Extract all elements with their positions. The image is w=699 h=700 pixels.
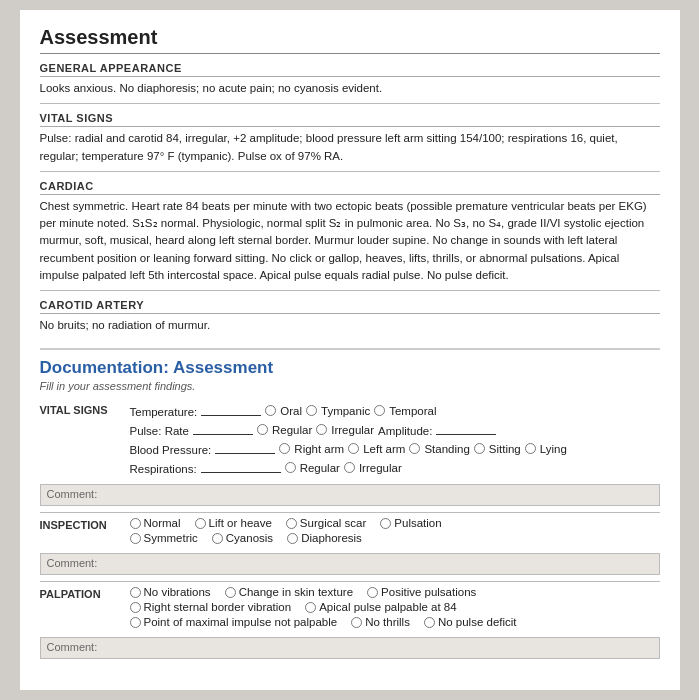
- resp-regular-radio-group: Regular: [285, 462, 340, 474]
- skin-texture-label: Change in skin texture: [239, 586, 353, 598]
- left-arm-radio[interactable]: [348, 443, 359, 454]
- palpation-row1: No vibrations Change in skin texture Pos…: [130, 586, 660, 598]
- cyanosis-radio[interactable]: [212, 533, 223, 544]
- apical-pulse-label: Apical pulse palpable at 84: [319, 601, 456, 613]
- sitting-label: Sitting: [489, 443, 521, 455]
- tympanic-radio[interactable]: [306, 405, 317, 416]
- irregular-radio[interactable]: [316, 424, 327, 435]
- no-vibrations-item: No vibrations: [130, 586, 211, 598]
- carotid-artery-body: No bruits; no radiation of murmur.: [40, 317, 660, 334]
- irregular-label: Irregular: [331, 424, 374, 436]
- page-title: Assessment: [40, 26, 660, 54]
- cardiac-title: Cardiac: [40, 180, 660, 195]
- palpation-content: No vibrations Change in skin texture Pos…: [130, 586, 660, 631]
- right-arm-radio[interactable]: [279, 443, 290, 454]
- tympanic-label: Tympanic: [321, 405, 370, 417]
- temporal-label: Temporal: [389, 405, 436, 417]
- no-pulse-deficit-label: No pulse deficit: [438, 616, 517, 628]
- pulsation-label: Pulsation: [394, 517, 441, 529]
- irregular-radio-group: Irregular: [316, 424, 374, 436]
- resp-regular-radio[interactable]: [285, 462, 296, 473]
- no-vibrations-radio[interactable]: [130, 587, 141, 598]
- normal-radio[interactable]: [130, 518, 141, 529]
- doc-subtitle: Fill in your assessment findings.: [40, 380, 660, 392]
- palpation-comment-label: Comment:: [47, 641, 98, 653]
- normal-label: Normal: [144, 517, 181, 529]
- regular-radio[interactable]: [257, 424, 268, 435]
- lift-heave-radio[interactable]: [195, 518, 206, 529]
- respirations-field[interactable]: [201, 459, 281, 473]
- lift-heave-item: Lift or heave: [195, 517, 272, 529]
- no-thrills-item: No thrills: [351, 616, 410, 628]
- apical-pulse-item: Apical pulse palpable at 84: [305, 601, 456, 613]
- lift-heave-label: Lift or heave: [209, 517, 272, 529]
- amplitude-label: Amplitude:: [378, 425, 432, 437]
- diaphoresis-item: Diaphoresis: [287, 532, 362, 544]
- palpation-form-row: Palpation No vibrations Change in skin t…: [40, 586, 660, 631]
- diaphoresis-radio[interactable]: [287, 533, 298, 544]
- temporal-radio[interactable]: [374, 405, 385, 416]
- lying-label: Lying: [540, 443, 567, 455]
- no-pulse-deficit-item: No pulse deficit: [424, 616, 517, 628]
- right-sternal-label: Right sternal border vibration: [144, 601, 292, 613]
- pulsation-item: Pulsation: [380, 517, 441, 529]
- no-thrills-label: No thrills: [365, 616, 410, 628]
- pulse-row: Pulse: Rate Regular Irregular Amplitude:: [130, 421, 660, 437]
- symmetric-radio[interactable]: [130, 533, 141, 544]
- apical-pulse-radio[interactable]: [305, 602, 316, 613]
- right-sternal-item: Right sternal border vibration: [130, 601, 292, 613]
- inspection-content: Normal Lift or heave Surgical scar Pulsa…: [130, 517, 660, 547]
- standing-radio[interactable]: [409, 443, 420, 454]
- standing-label: Standing: [424, 443, 469, 455]
- amplitude-field[interactable]: [436, 421, 496, 435]
- resp-irregular-label: Irregular: [359, 462, 402, 474]
- standing-radio-group: Standing: [409, 443, 469, 455]
- lying-radio[interactable]: [525, 443, 536, 454]
- respirations-row: Respirations: Regular Irregular: [130, 459, 660, 475]
- temperature-field[interactable]: [201, 402, 261, 416]
- doc-title: Documentation: Assessment: [40, 358, 660, 378]
- assessment-page: Assessment General Appearance Looks anxi…: [20, 10, 680, 690]
- surgical-scar-radio[interactable]: [286, 518, 297, 529]
- regular-label: Regular: [272, 424, 312, 436]
- surgical-scar-item: Surgical scar: [286, 517, 366, 529]
- normal-item: Normal: [130, 517, 181, 529]
- positive-pulsations-label: Positive pulsations: [381, 586, 476, 598]
- resp-irregular-radio-group: Irregular: [344, 462, 402, 474]
- right-arm-label: Right arm: [294, 443, 344, 455]
- vital-signs-comment-block: Comment:: [40, 484, 660, 506]
- no-thrills-radio[interactable]: [351, 617, 362, 628]
- pulsation-radio[interactable]: [380, 518, 391, 529]
- pmi-not-palpable-radio[interactable]: [130, 617, 141, 628]
- bp-field[interactable]: [215, 440, 275, 454]
- no-pulse-deficit-radio[interactable]: [424, 617, 435, 628]
- comment-label: Comment:: [47, 488, 98, 500]
- positive-pulsations-item: Positive pulsations: [367, 586, 476, 598]
- inspection-comment-block: Comment:: [40, 553, 660, 575]
- diaphoresis-label: Diaphoresis: [301, 532, 362, 544]
- right-sternal-radio[interactable]: [130, 602, 141, 613]
- palpation-label: Palpation: [40, 586, 120, 631]
- positive-pulsations-radio[interactable]: [367, 587, 378, 598]
- vital-signs-form-row: Vital Signs Temperature: Oral Tympanic: [40, 402, 660, 478]
- vital-signs-form-label: Vital Signs: [40, 402, 120, 478]
- skin-texture-radio[interactable]: [225, 587, 236, 598]
- cyanosis-item: Cyanosis: [212, 532, 273, 544]
- oral-label: Oral: [280, 405, 302, 417]
- inspection-row2: Symmetric Cyanosis Diaphoresis: [130, 532, 660, 544]
- sitting-radio[interactable]: [474, 443, 485, 454]
- inspection-label: Inspection: [40, 517, 120, 547]
- right-arm-radio-group: Right arm: [279, 443, 344, 455]
- oral-radio[interactable]: [265, 405, 276, 416]
- pulse-rate-field[interactable]: [193, 421, 253, 435]
- respirations-label: Respirations:: [130, 463, 197, 475]
- carotid-artery-title: Carotid Artery: [40, 299, 660, 314]
- pmi-not-palpable-item: Point of maximal impulse not palpable: [130, 616, 338, 628]
- inspection-row1: Normal Lift or heave Surgical scar Pulsa…: [130, 517, 660, 529]
- bp-label: Blood Pressure:: [130, 444, 212, 456]
- skin-texture-item: Change in skin texture: [225, 586, 353, 598]
- palpation-comment-block: Comment:: [40, 637, 660, 659]
- resp-irregular-radio[interactable]: [344, 462, 355, 473]
- general-appearance-title: General Appearance: [40, 62, 660, 77]
- divider: [40, 581, 660, 582]
